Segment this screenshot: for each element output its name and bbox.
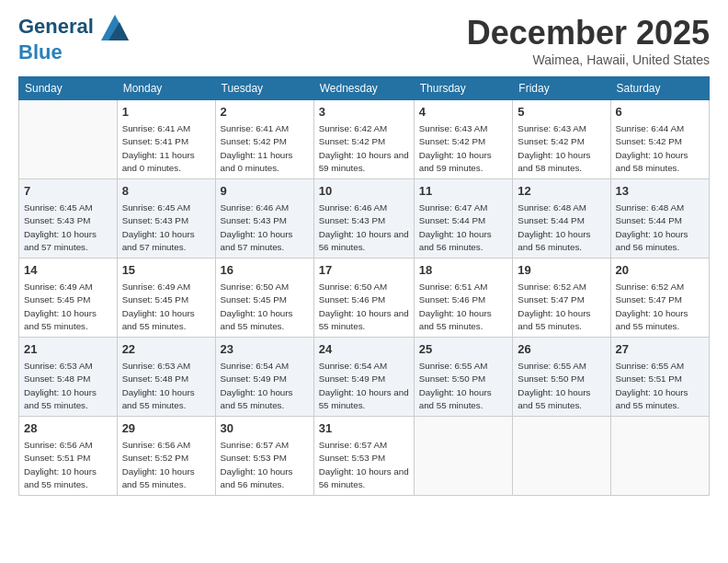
col-wednesday: Wednesday bbox=[313, 77, 414, 100]
day-info: Sunrise: 6:48 AM Sunset: 5:44 PM Dayligh… bbox=[518, 201, 605, 254]
day-number: 26 bbox=[518, 341, 605, 358]
month-title: December 2025 bbox=[467, 14, 710, 52]
col-sunday: Sunday bbox=[19, 77, 118, 100]
day-info: Sunrise: 6:55 AM Sunset: 5:50 PM Dayligh… bbox=[419, 360, 508, 412]
day-number: 16 bbox=[221, 262, 309, 279]
day-number: 20 bbox=[616, 262, 704, 279]
table-row: 29Sunrise: 6:56 AM Sunset: 5:52 PM Dayli… bbox=[117, 417, 215, 496]
logo: General Blue bbox=[18, 14, 129, 63]
day-info: Sunrise: 6:56 AM Sunset: 5:51 PM Dayligh… bbox=[24, 439, 112, 491]
table-row: 22Sunrise: 6:53 AM Sunset: 5:48 PM Dayli… bbox=[117, 338, 215, 417]
day-info: Sunrise: 6:55 AM Sunset: 5:50 PM Dayligh… bbox=[518, 360, 605, 412]
table-row: 21Sunrise: 6:53 AM Sunset: 5:48 PM Dayli… bbox=[19, 338, 118, 417]
table-row: 25Sunrise: 6:55 AM Sunset: 5:50 PM Dayli… bbox=[414, 338, 513, 417]
day-number: 15 bbox=[122, 262, 210, 279]
day-number: 22 bbox=[122, 341, 210, 358]
day-info: Sunrise: 6:46 AM Sunset: 5:43 PM Dayligh… bbox=[319, 201, 409, 254]
day-number: 4 bbox=[419, 104, 508, 121]
table-row: 19Sunrise: 6:52 AM Sunset: 5:47 PM Dayli… bbox=[513, 259, 610, 338]
day-number: 28 bbox=[24, 420, 112, 437]
logo-icon bbox=[101, 14, 129, 41]
table-row: 27Sunrise: 6:55 AM Sunset: 5:51 PM Dayli… bbox=[610, 338, 709, 417]
day-info: Sunrise: 6:49 AM Sunset: 5:45 PM Dayligh… bbox=[24, 281, 112, 333]
table-row bbox=[513, 417, 610, 496]
day-info: Sunrise: 6:47 AM Sunset: 5:44 PM Dayligh… bbox=[419, 201, 508, 254]
day-number: 27 bbox=[616, 341, 704, 358]
day-number: 1 bbox=[122, 104, 210, 121]
table-row: 7Sunrise: 6:45 AM Sunset: 5:43 PM Daylig… bbox=[19, 179, 118, 259]
logo-line1: General bbox=[18, 15, 94, 38]
day-number: 3 bbox=[319, 104, 409, 121]
table-row: 14Sunrise: 6:49 AM Sunset: 5:45 PM Dayli… bbox=[19, 259, 118, 338]
day-info: Sunrise: 6:42 AM Sunset: 5:42 PM Dayligh… bbox=[319, 122, 409, 175]
day-info: Sunrise: 6:52 AM Sunset: 5:47 PM Dayligh… bbox=[518, 281, 605, 333]
calendar-header-row: Sunday Monday Tuesday Wednesday Thursday… bbox=[19, 77, 710, 100]
day-info: Sunrise: 6:55 AM Sunset: 5:51 PM Dayligh… bbox=[616, 360, 704, 412]
page-container: General Blue December 2025 Waimea, Hawai… bbox=[0, 0, 728, 505]
day-number: 31 bbox=[319, 420, 409, 437]
col-monday: Monday bbox=[117, 77, 215, 100]
day-info: Sunrise: 6:48 AM Sunset: 5:44 PM Dayligh… bbox=[616, 201, 704, 254]
day-number: 30 bbox=[221, 420, 309, 437]
day-info: Sunrise: 6:51 AM Sunset: 5:46 PM Dayligh… bbox=[419, 281, 508, 333]
day-info: Sunrise: 6:53 AM Sunset: 5:48 PM Dayligh… bbox=[122, 360, 210, 412]
title-block: December 2025 Waimea, Hawaii, United Sta… bbox=[467, 14, 710, 67]
table-row: 4Sunrise: 6:43 AM Sunset: 5:42 PM Daylig… bbox=[414, 100, 513, 179]
day-number: 23 bbox=[221, 341, 309, 358]
col-thursday: Thursday bbox=[414, 77, 513, 100]
table-row: 23Sunrise: 6:54 AM Sunset: 5:49 PM Dayli… bbox=[215, 338, 313, 417]
day-number: 17 bbox=[319, 262, 409, 279]
table-row: 3Sunrise: 6:42 AM Sunset: 5:42 PM Daylig… bbox=[313, 100, 414, 179]
calendar: Sunday Monday Tuesday Wednesday Thursday… bbox=[18, 76, 710, 496]
day-info: Sunrise: 6:43 AM Sunset: 5:42 PM Dayligh… bbox=[518, 122, 605, 175]
table-row: 6Sunrise: 6:44 AM Sunset: 5:42 PM Daylig… bbox=[610, 100, 709, 179]
table-row: 26Sunrise: 6:55 AM Sunset: 5:50 PM Dayli… bbox=[513, 338, 610, 417]
day-info: Sunrise: 6:56 AM Sunset: 5:52 PM Dayligh… bbox=[122, 439, 210, 491]
table-row: 9Sunrise: 6:46 AM Sunset: 5:43 PM Daylig… bbox=[215, 179, 313, 259]
table-row: 31Sunrise: 6:57 AM Sunset: 5:53 PM Dayli… bbox=[313, 417, 414, 496]
day-number: 18 bbox=[419, 262, 508, 279]
table-row: 5Sunrise: 6:43 AM Sunset: 5:42 PM Daylig… bbox=[513, 100, 610, 179]
day-info: Sunrise: 6:45 AM Sunset: 5:43 PM Dayligh… bbox=[122, 201, 210, 254]
table-row: 15Sunrise: 6:49 AM Sunset: 5:45 PM Dayli… bbox=[117, 259, 215, 338]
day-number: 7 bbox=[24, 183, 112, 200]
table-row: 1Sunrise: 6:41 AM Sunset: 5:41 PM Daylig… bbox=[117, 100, 215, 179]
day-info: Sunrise: 6:53 AM Sunset: 5:48 PM Dayligh… bbox=[24, 360, 112, 412]
table-row: 30Sunrise: 6:57 AM Sunset: 5:53 PM Dayli… bbox=[215, 417, 313, 496]
col-tuesday: Tuesday bbox=[215, 77, 313, 100]
table-row bbox=[414, 417, 513, 496]
day-info: Sunrise: 6:52 AM Sunset: 5:47 PM Dayligh… bbox=[616, 281, 704, 333]
day-number: 6 bbox=[616, 104, 704, 121]
day-number: 14 bbox=[24, 262, 112, 279]
table-row: 11Sunrise: 6:47 AM Sunset: 5:44 PM Dayli… bbox=[414, 179, 513, 259]
col-saturday: Saturday bbox=[610, 77, 709, 100]
table-row: 20Sunrise: 6:52 AM Sunset: 5:47 PM Dayli… bbox=[610, 259, 709, 338]
table-row: 28Sunrise: 6:56 AM Sunset: 5:51 PM Dayli… bbox=[19, 417, 118, 496]
table-row: 18Sunrise: 6:51 AM Sunset: 5:46 PM Dayli… bbox=[414, 259, 513, 338]
day-number: 24 bbox=[319, 341, 409, 358]
day-number: 29 bbox=[122, 420, 210, 437]
day-number: 12 bbox=[518, 183, 605, 200]
location: Waimea, Hawaii, United States bbox=[467, 52, 710, 67]
table-row: 12Sunrise: 6:48 AM Sunset: 5:44 PM Dayli… bbox=[513, 179, 610, 259]
day-info: Sunrise: 6:43 AM Sunset: 5:42 PM Dayligh… bbox=[419, 122, 508, 175]
day-number: 21 bbox=[24, 341, 112, 358]
table-row: 16Sunrise: 6:50 AM Sunset: 5:45 PM Dayli… bbox=[215, 259, 313, 338]
day-info: Sunrise: 6:41 AM Sunset: 5:42 PM Dayligh… bbox=[221, 122, 309, 175]
day-info: Sunrise: 6:49 AM Sunset: 5:45 PM Dayligh… bbox=[122, 281, 210, 333]
logo-line2: Blue bbox=[18, 41, 129, 63]
table-row: 8Sunrise: 6:45 AM Sunset: 5:43 PM Daylig… bbox=[117, 179, 215, 259]
table-row: 17Sunrise: 6:50 AM Sunset: 5:46 PM Dayli… bbox=[313, 259, 414, 338]
day-info: Sunrise: 6:50 AM Sunset: 5:46 PM Dayligh… bbox=[319, 281, 409, 333]
header: General Blue December 2025 Waimea, Hawai… bbox=[18, 14, 710, 67]
day-info: Sunrise: 6:50 AM Sunset: 5:45 PM Dayligh… bbox=[221, 281, 309, 333]
day-info: Sunrise: 6:45 AM Sunset: 5:43 PM Dayligh… bbox=[24, 201, 112, 254]
day-number: 25 bbox=[419, 341, 508, 358]
table-row bbox=[19, 100, 118, 179]
day-number: 8 bbox=[122, 183, 210, 200]
day-number: 19 bbox=[518, 262, 605, 279]
table-row bbox=[610, 417, 709, 496]
day-number: 9 bbox=[221, 183, 309, 200]
day-number: 10 bbox=[319, 183, 409, 200]
day-info: Sunrise: 6:44 AM Sunset: 5:42 PM Dayligh… bbox=[616, 122, 704, 175]
